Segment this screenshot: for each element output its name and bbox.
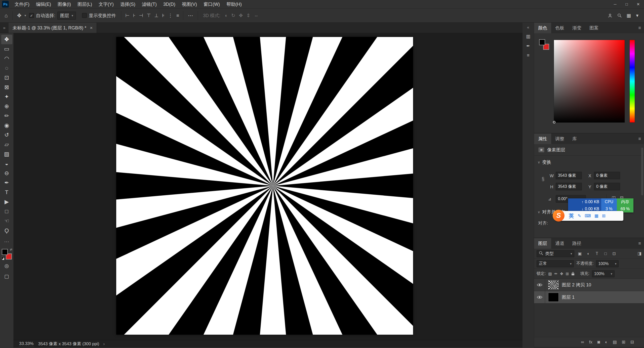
align-bottom-icon[interactable]: ⊧ [162,13,165,18]
lock-all-icon[interactable] [571,272,575,276]
tab-patterns[interactable]: 图案 [585,23,602,33]
tool-frame[interactable]: ⊠ [1,82,12,92]
filter-pixel-layers-icon[interactable]: ▣ [577,251,583,257]
tool-spot-healing[interactable]: ⊕ [1,102,12,111]
menu-item-type[interactable]: 文字(Y) [95,0,117,9]
chevron-down-icon[interactable]: ▾ [636,13,638,18]
window-restore-button[interactable]: □ [621,0,632,9]
menu-item-help[interactable]: 帮助(H) [223,0,245,9]
lock-position-icon[interactable]: ✥ [560,272,563,276]
collapsed-panel-3-icon[interactable]: ≡ [527,53,530,58]
document-canvas[interactable] [116,37,413,335]
tab-strip-collapse-button[interactable]: » [0,23,9,33]
swap-colors-icon[interactable]: ⇄ [10,248,12,251]
foreground-color-swatch[interactable] [2,249,8,255]
default-colors-icon[interactable] [1,257,4,260]
tool-clone-stamp[interactable]: ◉ [1,121,12,130]
align-center-h-icon[interactable]: ⊦ [133,13,135,18]
quick-mask-button[interactable]: ◎ [1,262,12,270]
tool-rectangle[interactable]: □ [1,207,12,216]
current-tool-icon[interactable]: ✥ [16,13,23,19]
x-field[interactable]: 0 像素 [594,172,620,179]
canvas-area[interactable] [14,33,522,340]
layer-thumbnail[interactable] [548,293,559,302]
tool-blur[interactable]: ◒ [1,159,12,168]
tab-paths[interactable]: 路径 [568,238,585,249]
account-icon[interactable] [608,13,612,18]
tab-layers[interactable]: 图层 [534,238,551,249]
menu-item-select[interactable]: 选择(S) [117,0,139,9]
color-picker-handle[interactable] [553,121,555,123]
tool-crop[interactable]: ⊡ [1,73,12,82]
filter-shape-layers-icon[interactable]: □ [602,251,609,257]
distribute-v-icon[interactable]: ⋮ [168,13,173,18]
transform-section-header[interactable]: ∨ 变换 [538,159,551,165]
zoom-level-field[interactable]: 33.33% [19,341,34,346]
delete-layer-icon[interactable]: ⊟ [630,339,634,345]
tool-gradient[interactable]: ▨ [1,149,12,159]
tab-libraries[interactable]: 库 [568,134,581,144]
filter-smart-objects-icon[interactable]: ⊡ [611,251,617,257]
align-right-icon[interactable]: ⊣ [139,13,143,18]
status-chevron-icon[interactable]: › [103,341,105,346]
ime-toolbar[interactable]: S 英 ✎⌨▦⊞ [555,211,623,221]
layer-row[interactable]: 图层 1 [534,291,644,303]
collapsed-panel-2-icon[interactable]: ✒ [526,43,530,49]
color-spectrum[interactable] [554,40,625,123]
tool-eyedropper[interactable]: ✦ [1,92,12,102]
link-dimensions-icon[interactable]: § [542,176,544,182]
align-left-icon[interactable]: ⊢ [125,13,130,18]
add-mask-icon[interactable]: ◙ [597,340,600,345]
window-close-button[interactable]: ✕ [632,0,644,9]
tab-gradients[interactable]: 渐变 [568,23,585,33]
layer-effects-icon[interactable]: fx [589,340,592,345]
auto-select-checkbox[interactable]: ✓ [29,13,34,18]
lock-artboard-icon[interactable]: ⊞ [566,272,569,276]
menu-item-file[interactable]: 文件(F) [11,0,33,9]
layer-thumbnail[interactable] [548,280,559,289]
tab-adjustments[interactable]: 调整 [551,134,568,144]
tab-swatches[interactable]: 色板 [551,23,568,33]
y-field[interactable]: 0 像素 [594,183,620,190]
menu-item-view[interactable]: 视图(V) [179,0,200,9]
ime-skin-icon[interactable]: ▦ [594,213,598,219]
expand-panels-button[interactable]: « [527,25,529,30]
tool-object-selection[interactable]: ◌ [1,63,12,73]
tool-brush[interactable]: ✏ [1,111,12,121]
height-field[interactable]: 3543 像素 [556,183,582,190]
scrollbar[interactable] [641,148,643,195]
tool-hand[interactable]: ☜ [1,216,12,226]
tool-zoom[interactable]: Ϙ [1,226,12,235]
tab-properties[interactable]: 属性 [534,134,551,144]
tool-eraser[interactable]: ▱ [1,140,12,149]
color-swatches-widget[interactable]: ⇄ [2,249,12,259]
tool-preset-chevron-icon[interactable]: ▾ [23,14,28,17]
more-options-button[interactable]: ⋯ [186,13,195,19]
width-field[interactable]: 3543 像素 [556,172,582,179]
panel-menu-icon[interactable]: ≡ [638,238,644,249]
panel-menu-icon[interactable]: ≡ [638,23,644,33]
foreground-color-swatch[interactable] [539,39,545,45]
tool-pen[interactable]: ✒ [1,178,12,188]
window-minimize-button[interactable]: ─ [609,0,621,9]
tool-type[interactable]: T [1,188,12,197]
tool-move[interactable]: ✥ [1,35,12,44]
new-group-icon[interactable]: ▤ [613,339,617,345]
home-icon[interactable]: ⌂ [3,13,9,19]
opacity-dropdown[interactable]: 100% ▾ [596,260,619,267]
align-middle-icon[interactable]: ⊥ [154,13,158,18]
align-top-icon[interactable]: ⊤ [147,13,151,18]
new-adjustment-layer-icon[interactable]: ◐ [605,340,608,345]
layer-row[interactable]: 图层 2 拷贝 10 [534,279,644,291]
lock-pixels-icon[interactable]: ✏ [554,272,558,276]
menu-item-3d[interactable]: 3D(D) [160,0,179,9]
workspace-icon[interactable]: ▦ [627,13,631,18]
new-layer-icon[interactable]: ⊞ [622,339,625,345]
auto-select-target-dropdown[interactable]: 图层 ▾ [57,12,76,20]
ime-handwriting-icon[interactable]: ✎ [578,213,581,219]
filter-type-layers-icon[interactable]: T [594,251,600,257]
hue-slider[interactable] [629,40,635,123]
menu-item-layer[interactable]: 图层(L) [74,0,95,9]
ime-language-toggle[interactable]: 英 [569,212,574,219]
document-tab[interactable]: 未标题-1 @ 33.3% (图层 1, RGB/8) * × [9,23,97,33]
